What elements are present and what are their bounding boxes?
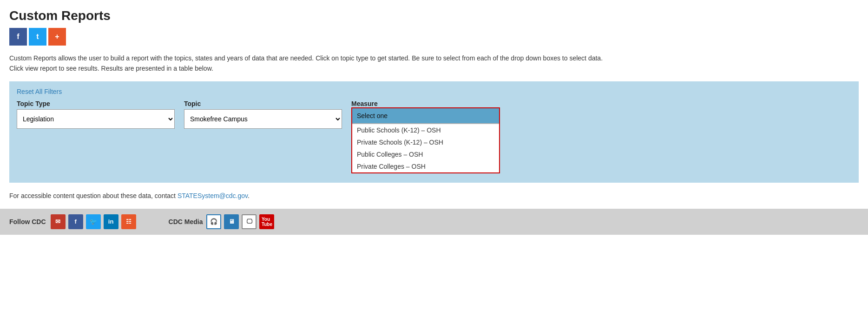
footer-note-email[interactable]: STATESystem@cdc.gov xyxy=(178,192,248,199)
footer-note: For accessible content question about th… xyxy=(9,192,859,199)
measure-selected-option[interactable]: Select one xyxy=(352,108,499,124)
measure-option-schools-private[interactable]: Private Schools (K-12) – OSH xyxy=(352,136,499,148)
topic-select[interactable]: Smokefree Campus Smokefree Indoor Air Sm… xyxy=(184,109,342,129)
twitter-share-button[interactable]: t xyxy=(29,28,46,46)
addthis-share-button[interactable]: + xyxy=(48,28,66,46)
cdc-media-label: CDC Media xyxy=(169,218,203,225)
topic-label: Topic xyxy=(184,100,342,107)
topic-type-select[interactable]: Legislation Smokefree Campus Cessation C… xyxy=(17,109,175,129)
measure-option-colleges-private[interactable]: Private Colleges – OSH xyxy=(352,160,499,172)
linkedin-follow-icon[interactable]: in xyxy=(104,214,118,229)
rss-follow-icon[interactable]: ☷ xyxy=(121,214,136,229)
twitter-follow-icon[interactable]: 🐦 xyxy=(86,214,101,229)
page-title: Custom Reports xyxy=(9,8,859,23)
measure-option-schools-public[interactable]: Public Schools (K-12) – OSH xyxy=(352,124,499,136)
reset-filters-link[interactable]: Reset All Filters xyxy=(17,88,62,95)
topic-type-label: Topic Type xyxy=(17,100,175,107)
footer-note-text-before: For accessible content question about th… xyxy=(9,192,178,199)
ecard-icon[interactable]: 🖥 xyxy=(224,214,239,229)
youtube-icon[interactable]: YouTube xyxy=(259,214,274,229)
podcast-icon[interactable]: 🎧 xyxy=(206,214,221,229)
cdc-media-section: CDC Media 🎧 🖥 🖵 YouTube xyxy=(169,214,275,229)
follow-icons: ✉ f 🐦 in ☷ xyxy=(51,214,136,229)
measure-dropdown-list: Public Schools (K-12) – OSH Private Scho… xyxy=(352,124,499,172)
footer-bar: Follow CDC ✉ f 🐦 in ☷ CDC Media 🎧 🖥 🖵 Yo… xyxy=(0,209,868,235)
topic-filter: Topic Smokefree Campus Smokefree Indoor … xyxy=(184,100,342,129)
measure-filter: Measure Select one Public Schools (K-12)… xyxy=(351,100,500,173)
footer-note-text-after: . xyxy=(248,192,250,199)
filter-section: Reset All Filters Topic Type Legislation… xyxy=(9,81,859,183)
facebook-follow-icon[interactable]: f xyxy=(68,214,83,229)
media-icons: 🎧 🖥 🖵 YouTube xyxy=(206,214,274,229)
measure-dropdown-container[interactable]: Select one Public Schools (K-12) – OSH P… xyxy=(351,107,500,173)
page-description: Custom Reports allows the user to build … xyxy=(9,53,613,74)
media-player-icon[interactable]: 🖵 xyxy=(242,214,256,229)
measure-label: Measure xyxy=(351,100,378,107)
measure-option-colleges-public[interactable]: Public Colleges – OSH xyxy=(352,148,499,160)
follow-cdc-label: Follow CDC xyxy=(9,218,46,225)
email-follow-icon[interactable]: ✉ xyxy=(51,214,66,229)
facebook-share-button[interactable]: f xyxy=(9,28,27,46)
topic-type-filter: Topic Type Legislation Smokefree Campus … xyxy=(17,100,175,129)
